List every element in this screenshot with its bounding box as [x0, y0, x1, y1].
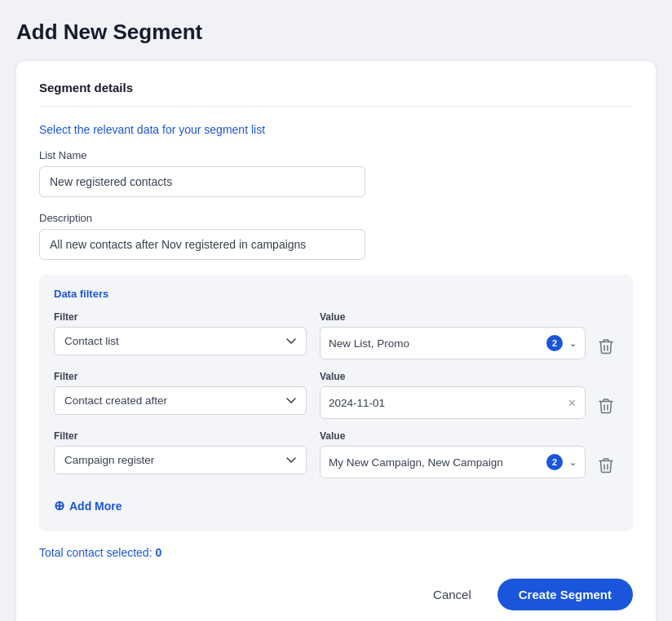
main-card: Segment details Select the relevant data…	[16, 61, 656, 621]
value-2-text: 2024-11-01	[329, 397, 561, 409]
list-name-input[interactable]	[39, 166, 365, 197]
total-contact-row: Total contact selected: 0	[39, 546, 633, 559]
filter-2-select[interactable]: Contact list Contact created after Campa…	[54, 386, 307, 415]
page-container: Add New Segment Segment details Select t…	[16, 16, 656, 621]
page-title: Add New Segment	[16, 16, 656, 48]
value-3-input[interactable]: My New Campaign, New Campaign 2 ⌄	[320, 446, 586, 478]
card-title: Segment details	[39, 81, 633, 107]
filter-row-3: Filter Contact list Contact created afte…	[54, 430, 618, 478]
filter-row-2: Filter Contact list Contact created afte…	[54, 371, 618, 419]
description-field: Description	[39, 212, 633, 260]
delete-row-3-button[interactable]	[594, 452, 618, 478]
add-more-button[interactable]: ⊕ Add More	[54, 495, 122, 517]
value-2-input[interactable]: 2024-11-01 ✕	[320, 386, 586, 419]
filter-2-label: Filter	[54, 371, 307, 382]
filter-1-select[interactable]: Contact list Contact created after Campa…	[54, 327, 307, 355]
delete-row-2-button[interactable]	[594, 393, 618, 419]
description-input[interactable]	[39, 229, 365, 260]
filter-3-label: Filter	[54, 430, 307, 442]
chevron-down-icon-1: ⌄	[569, 338, 577, 349]
value-3-label: Value	[320, 430, 586, 442]
list-name-field: List Name	[39, 149, 633, 197]
cancel-button[interactable]: Cancel	[418, 579, 486, 610]
badge-3: 2	[546, 454, 563, 470]
section-label: Select the relevant data for your segmen…	[39, 123, 633, 136]
value-3-text: My New Campaign, New Campaign	[329, 456, 540, 469]
list-name-label: List Name	[39, 149, 633, 161]
filter-1-label: Filter	[54, 311, 307, 323]
footer-buttons: Cancel Create Segment	[39, 579, 633, 610]
close-icon-2[interactable]: ✕	[568, 397, 577, 409]
total-contact-count: 0	[155, 546, 161, 559]
data-filters-section: Data filters Filter Contact list Contact…	[39, 275, 633, 531]
value-1-input[interactable]: New List, Promo 2 ⌄	[320, 327, 586, 359]
filter-3-select[interactable]: Contact list Contact created after Campa…	[54, 446, 307, 474]
value-1-label: Value	[320, 311, 586, 323]
value-1-text: New List, Promo	[329, 337, 540, 350]
data-filters-label: Data filters	[54, 288, 618, 300]
total-contact-label: Total contact selected:	[39, 546, 153, 559]
create-segment-button[interactable]: Create Segment	[497, 579, 633, 610]
add-more-label: Add More	[69, 500, 122, 513]
value-2-label: Value	[320, 371, 586, 382]
plus-circle-icon: ⊕	[54, 498, 64, 513]
filter-row-1: Filter Contact list Contact created afte…	[54, 311, 618, 359]
badge-1: 2	[546, 335, 563, 351]
description-label: Description	[39, 212, 633, 224]
delete-row-1-button[interactable]	[594, 333, 618, 359]
chevron-down-icon-3: ⌄	[569, 457, 577, 468]
